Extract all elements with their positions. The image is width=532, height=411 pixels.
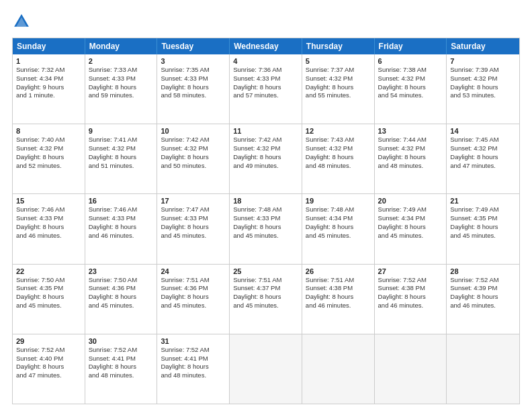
calendar-cell (375, 334, 447, 404)
cell-line: Sunset: 4:38 PM (306, 284, 371, 293)
calendar-cell: 9Sunrise: 7:41 AMSunset: 4:32 PMDaylight… (85, 124, 158, 193)
cell-line: Sunset: 4:32 PM (89, 144, 154, 153)
cell-line: Sunset: 4:37 PM (233, 284, 298, 293)
cell-line: Sunrise: 7:52 AM (378, 276, 443, 285)
cell-line: Daylight: 8 hours (89, 223, 154, 232)
day-number: 15 (16, 197, 81, 205)
calendar-cell: 24Sunrise: 7:51 AMSunset: 4:36 PMDayligh… (157, 265, 230, 334)
day-number: 18 (233, 197, 298, 205)
calendar-cell: 21Sunrise: 7:49 AMSunset: 4:35 PMDayligh… (447, 194, 519, 263)
day-number: 23 (89, 267, 154, 275)
cell-line: and 45 minutes. (161, 302, 226, 310)
cell-line: Sunset: 4:33 PM (16, 214, 81, 223)
cell-line: Daylight: 8 hours (16, 223, 81, 232)
cell-line: Sunrise: 7:41 AM (89, 136, 154, 144)
calendar-cell: 20Sunrise: 7:49 AMSunset: 4:34 PMDayligh… (375, 194, 447, 263)
cell-line: and 46 minutes. (306, 302, 371, 310)
cell-line: Daylight: 8 hours (378, 293, 443, 302)
calendar-row: 15Sunrise: 7:46 AMSunset: 4:33 PMDayligh… (13, 193, 519, 263)
cell-line: Sunset: 4:40 PM (16, 355, 81, 363)
day-number: 30 (89, 337, 154, 345)
cell-line: Sunrise: 7:46 AM (89, 205, 154, 214)
calendar-cell: 1Sunrise: 7:32 AMSunset: 4:34 PMDaylight… (13, 54, 85, 124)
logo-icon (12, 12, 31, 31)
cell-line: Sunrise: 7:39 AM (450, 66, 516, 75)
calendar-cell (447, 334, 519, 404)
cell-line: and 45 minutes. (233, 232, 298, 240)
cell-line: Sunrise: 7:50 AM (16, 276, 81, 285)
day-number: 25 (233, 267, 298, 275)
cell-line: Sunset: 4:34 PM (306, 214, 371, 223)
cell-line: and 45 minutes. (450, 232, 516, 240)
cell-line: Sunrise: 7:35 AM (161, 66, 226, 75)
day-number: 29 (16, 337, 81, 345)
cell-line: Daylight: 8 hours (450, 293, 516, 302)
cell-line: Sunset: 4:32 PM (450, 144, 516, 153)
calendar-cell: 25Sunrise: 7:51 AMSunset: 4:37 PMDayligh… (230, 265, 302, 334)
cell-line: Sunrise: 7:48 AM (306, 205, 371, 214)
cell-line: Daylight: 8 hours (89, 153, 154, 162)
cell-line: Sunrise: 7:51 AM (161, 276, 226, 285)
cell-line: Sunset: 4:32 PM (161, 144, 226, 153)
cell-line: and 1 minute. (16, 91, 81, 100)
cell-line: and 51 minutes. (89, 162, 154, 171)
cell-line: Sunrise: 7:51 AM (306, 276, 371, 285)
cell-line: and 55 minutes. (306, 91, 371, 100)
calendar-cell: 15Sunrise: 7:46 AMSunset: 4:33 PMDayligh… (13, 194, 85, 263)
cell-line: Sunset: 4:36 PM (161, 284, 226, 293)
header-day-wednesday: Wednesday (230, 38, 302, 54)
cell-line: and 45 minutes. (306, 232, 371, 240)
cell-line: Daylight: 8 hours (450, 153, 516, 162)
cell-line: Daylight: 8 hours (450, 223, 516, 232)
day-number: 12 (306, 127, 371, 135)
page: SundayMondayTuesdayWednesdayThursdayFrid… (0, 0, 532, 411)
day-number: 1 (16, 57, 81, 65)
day-number: 24 (161, 267, 226, 275)
cell-line: and 46 minutes. (16, 232, 81, 240)
cell-line: Sunset: 4:32 PM (306, 144, 371, 153)
cell-line: Sunrise: 7:40 AM (16, 136, 81, 144)
day-number: 26 (306, 267, 371, 275)
cell-line: and 45 minutes. (378, 232, 443, 240)
day-number: 31 (161, 337, 226, 345)
cell-line: Daylight: 8 hours (378, 153, 443, 162)
day-number: 8 (16, 127, 81, 135)
cell-line: Daylight: 8 hours (16, 363, 81, 371)
calendar-row: 22Sunrise: 7:50 AMSunset: 4:35 PMDayligh… (13, 264, 519, 334)
calendar-cell: 7Sunrise: 7:39 AMSunset: 4:32 PMDaylight… (447, 54, 519, 124)
day-number: 22 (16, 267, 81, 275)
cell-line: Sunset: 4:34 PM (16, 75, 81, 83)
cell-line: Daylight: 8 hours (233, 293, 298, 302)
cell-line: Sunrise: 7:36 AM (233, 66, 298, 75)
day-number: 7 (450, 57, 516, 65)
calendar-cell: 11Sunrise: 7:42 AMSunset: 4:32 PMDayligh… (230, 124, 302, 193)
calendar-cell: 4Sunrise: 7:36 AMSunset: 4:33 PMDaylight… (230, 54, 302, 124)
calendar: SundayMondayTuesdayWednesdayThursdayFrid… (12, 38, 520, 404)
cell-line: and 46 minutes. (89, 232, 154, 240)
calendar-cell: 13Sunrise: 7:44 AMSunset: 4:32 PMDayligh… (375, 124, 447, 193)
cell-line: and 46 minutes. (450, 302, 516, 310)
calendar-cell: 5Sunrise: 7:37 AMSunset: 4:32 PMDaylight… (302, 54, 375, 124)
calendar-cell: 19Sunrise: 7:48 AMSunset: 4:34 PMDayligh… (302, 194, 375, 263)
calendar-cell: 30Sunrise: 7:52 AMSunset: 4:41 PMDayligh… (85, 334, 158, 404)
cell-line: and 45 minutes. (16, 302, 81, 310)
cell-line: Daylight: 8 hours (89, 363, 154, 371)
calendar-cell: 22Sunrise: 7:50 AMSunset: 4:35 PMDayligh… (13, 265, 85, 334)
calendar-cell: 10Sunrise: 7:42 AMSunset: 4:32 PMDayligh… (157, 124, 230, 193)
cell-line: Sunset: 4:32 PM (16, 144, 81, 153)
header-day-tuesday: Tuesday (157, 38, 230, 54)
calendar-row: 8Sunrise: 7:40 AMSunset: 4:32 PMDaylight… (13, 124, 519, 193)
cell-line: Sunrise: 7:50 AM (89, 276, 154, 285)
header-day-sunday: Sunday (13, 38, 85, 54)
cell-line: Sunset: 4:34 PM (378, 214, 443, 223)
cell-line: Sunset: 4:41 PM (89, 355, 154, 363)
cell-line: and 48 minutes. (161, 371, 226, 380)
cell-line: Daylight: 8 hours (306, 153, 371, 162)
calendar-cell: 2Sunrise: 7:33 AMSunset: 4:33 PMDaylight… (85, 54, 158, 124)
cell-line: Sunrise: 7:48 AM (233, 205, 298, 214)
day-number: 27 (378, 267, 443, 275)
cell-line: Sunrise: 7:37 AM (306, 66, 371, 75)
logo (12, 12, 34, 31)
calendar-cell: 26Sunrise: 7:51 AMSunset: 4:38 PMDayligh… (302, 265, 375, 334)
cell-line: Daylight: 8 hours (378, 223, 443, 232)
